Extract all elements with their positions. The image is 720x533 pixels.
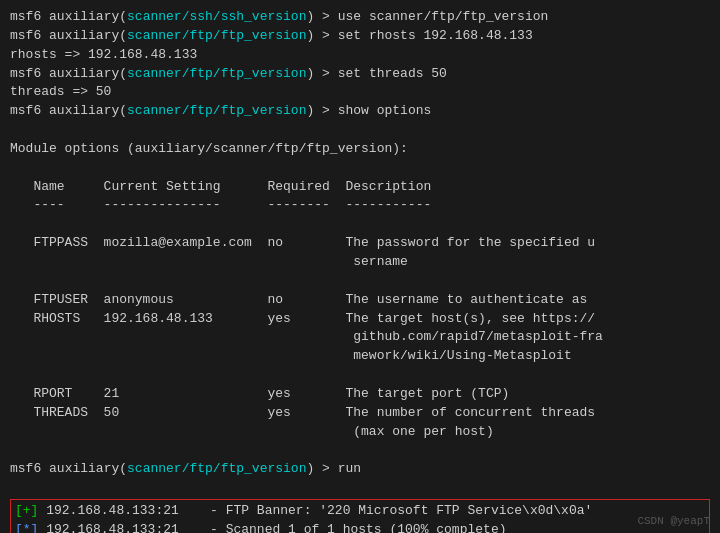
line-show-options: msf6 auxiliary(scanner/ftp/ftp_version) …	[10, 102, 710, 121]
line-run: msf6 auxiliary(scanner/ftp/ftp_version) …	[10, 460, 710, 479]
table-separator: ---- --------------- -------- ----------…	[10, 196, 710, 215]
module-ssh: scanner/ssh/ssh_version	[127, 9, 306, 24]
line-threads-result: threads => 50	[10, 83, 710, 102]
table-row-ftppass-cont: sername	[10, 253, 710, 272]
result1-content: 192.168.48.133:21 - FTP Banner: '220 Mic…	[38, 503, 592, 518]
prompt1-msf: msf6	[10, 9, 41, 24]
line-set-rhosts: msf6 auxiliary(scanner/ftp/ftp_version) …	[10, 27, 710, 46]
table-header: Name Current Setting Required Descriptio…	[10, 178, 710, 197]
blank3	[10, 215, 710, 234]
line-set-threads: msf6 auxiliary(scanner/ftp/ftp_version) …	[10, 65, 710, 84]
result-box: [+] 192.168.48.133:21 - FTP Banner: '220…	[10, 499, 710, 533]
module-ftp1: scanner/ftp/ftp_version	[127, 28, 306, 43]
table-row-ftpuser: FTPUSER anonymous no The username to aut…	[10, 291, 710, 310]
blank1	[10, 121, 710, 140]
line-use-scanner: msf6 auxiliary(scanner/ssh/ssh_version) …	[10, 8, 710, 27]
blank5	[10, 366, 710, 385]
table-row-threads-cont: (max one per host)	[10, 423, 710, 442]
table-row-threads: THREADS 50 yes The number of concurrent …	[10, 404, 710, 423]
blank2	[10, 159, 710, 178]
line-rhosts-result: rhosts => 192.168.48.133	[10, 46, 710, 65]
module-ftp4: scanner/ftp/ftp_version	[127, 461, 306, 476]
result2-content: 192.168.48.133:21 - Scanned 1 of 1 hosts…	[38, 522, 506, 533]
result-line1: [+] 192.168.48.133:21 - FTP Banner: '220…	[15, 502, 705, 521]
table-row-rport: RPORT 21 yes The target port (TCP)	[10, 385, 710, 404]
result2-bracket: [*]	[15, 522, 38, 533]
module-ftp3: scanner/ftp/ftp_version	[127, 103, 306, 118]
watermark: CSDN @yeapT	[637, 515, 710, 527]
result-line2: [*] 192.168.48.133:21 - Scanned 1 of 1 h…	[15, 521, 705, 533]
terminal: msf6 auxiliary(scanner/ssh/ssh_version) …	[0, 0, 720, 533]
blank4	[10, 272, 710, 291]
module-options-header: Module options (auxiliary/scanner/ftp/ft…	[10, 140, 710, 159]
blank7	[10, 479, 710, 498]
table-row-rhosts-cont2: mework/wiki/Using-Metasploit	[10, 347, 710, 366]
table-row-rhosts-cont1: github.com/rapid7/metasploit-fra	[10, 328, 710, 347]
blank6	[10, 441, 710, 460]
module-ftp2: scanner/ftp/ftp_version	[127, 66, 306, 81]
table-row-ftppass: FTPPASS mozilla@example.com no The passw…	[10, 234, 710, 253]
table-row-rhosts: RHOSTS 192.168.48.133 yes The target hos…	[10, 310, 710, 329]
result1-bracket: [+]	[15, 503, 38, 518]
